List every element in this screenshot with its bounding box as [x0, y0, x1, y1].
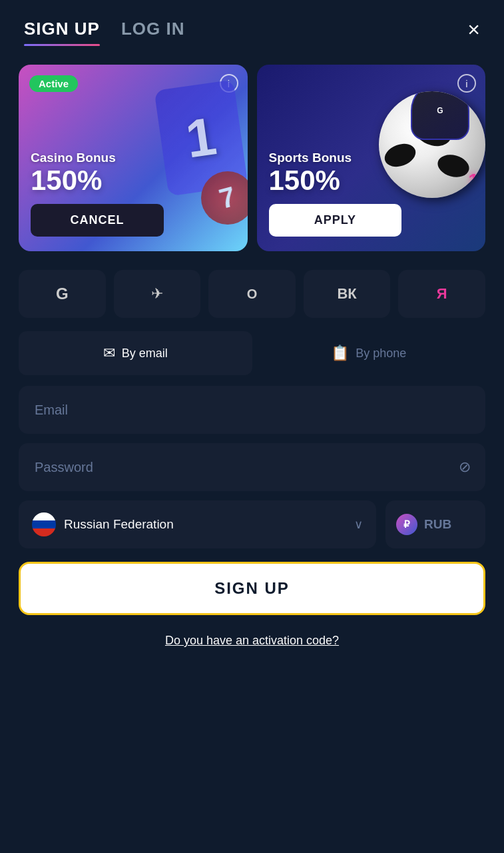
by-phone-button[interactable]: 📋 By phone	[252, 331, 486, 375]
password-wrapper: ⊘	[19, 443, 485, 491]
activation-section: Do you have an activation code?	[0, 615, 504, 674]
email-wrapper	[19, 386, 485, 434]
bonus-section: Active i 1 7 Casino Bonus 150% CANCEL i …	[0, 46, 504, 251]
casino-active-tag: Active	[29, 75, 78, 92]
password-toggle-icon[interactable]: ⊘	[459, 458, 471, 476]
password-input[interactable]	[19, 443, 485, 491]
signup-button[interactable]: SIGN UP	[19, 562, 485, 615]
close-button[interactable]: ×	[467, 19, 480, 40]
vk-icon: ВК	[337, 285, 356, 303]
chevron-down-icon: ∨	[354, 517, 363, 532]
by-email-button[interactable]: ✉ By email	[19, 331, 252, 375]
country-name: Russian Federation	[64, 517, 346, 532]
sports-info-icon[interactable]: i	[457, 74, 476, 93]
tab-login[interactable]: LOG IN	[121, 19, 185, 46]
russia-flag-icon	[32, 512, 56, 536]
vk-login-button[interactable]: ВК	[304, 270, 391, 318]
telegram-icon: ✈	[151, 285, 163, 303]
email-icon: ✉	[103, 345, 115, 362]
by-email-label: By email	[122, 347, 168, 361]
odnoklassniki-icon: О	[247, 287, 258, 302]
odnoklassniki-login-button[interactable]: О	[208, 270, 296, 318]
form-inputs: ⊘	[0, 375, 504, 491]
yandex-login-button[interactable]: Я	[398, 270, 485, 318]
casino-bonus-card: Active i 1 7 Casino Bonus 150% CANCEL	[19, 65, 248, 251]
social-login-section: G ✈ О ВК Я	[0, 251, 504, 318]
country-selector[interactable]: Russian Federation ∨	[19, 500, 376, 548]
activation-code-link[interactable]: Do you have an activation code?	[165, 634, 339, 647]
rub-currency-icon: ₽	[396, 514, 417, 535]
by-phone-label: By phone	[356, 347, 406, 361]
telegram-login-button[interactable]: ✈	[114, 270, 201, 318]
country-currency-section: Russian Federation ∨ ₽ RUB	[0, 491, 504, 548]
signup-section: SIGN UP	[0, 548, 504, 615]
signup-label: SIGN UP	[214, 579, 290, 598]
currency-code: RUB	[424, 517, 451, 532]
header: SIGN UP LOG IN ×	[0, 0, 504, 46]
sports-bonus-card: i 1 G Sports Bonus 150% APPLY	[257, 65, 486, 251]
email-input[interactable]	[19, 386, 485, 434]
phone-icon: 📋	[331, 345, 349, 362]
google-login-button[interactable]: G	[19, 270, 106, 318]
google-icon: G	[56, 285, 69, 303]
yandex-icon: Я	[437, 285, 447, 303]
tab-signup[interactable]: SIGN UP	[24, 19, 100, 46]
registration-method-section: ✉ By email 📋 By phone	[0, 318, 504, 375]
currency-selector[interactable]: ₽ RUB	[385, 500, 485, 548]
